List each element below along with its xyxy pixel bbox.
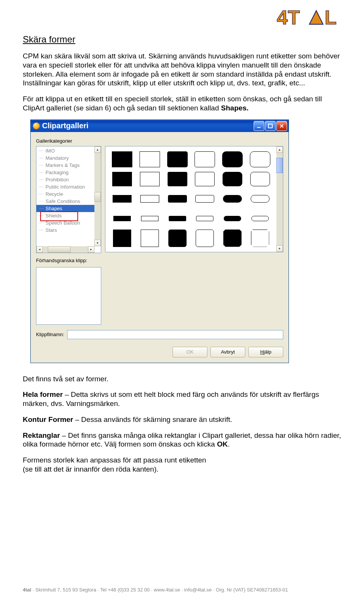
shape-item[interactable]	[168, 230, 187, 247]
shape-item[interactable]	[168, 172, 187, 186]
shape-item[interactable]	[141, 230, 159, 247]
shape-item[interactable]	[223, 195, 242, 203]
shape-item[interactable]	[224, 216, 241, 221]
shape-item[interactable]	[168, 195, 187, 203]
shape-item[interactable]	[113, 216, 131, 221]
scroll-left-icon[interactable]: ◂	[36, 246, 43, 253]
shape-item[interactable]	[113, 230, 131, 247]
maximize-button[interactable]	[265, 121, 276, 131]
shape-item[interactable]	[222, 151, 243, 167]
shape-item[interactable]	[169, 216, 186, 221]
scroll-down-icon[interactable]: ▾	[94, 240, 101, 246]
shape-item[interactable]	[112, 151, 132, 167]
scroll-thumb-h[interactable]	[48, 246, 71, 253]
shape-item[interactable]	[250, 172, 270, 186]
tree-item[interactable]: Mandatory	[36, 154, 94, 162]
minimize-button[interactable]	[254, 121, 264, 131]
svg-rect-5	[268, 124, 272, 128]
scroll-right-icon[interactable]: ▸	[88, 246, 94, 253]
footer-brand: 4tal	[23, 587, 31, 593]
shape-item[interactable]	[140, 195, 159, 203]
shape-item[interactable]	[195, 172, 215, 186]
category-tree[interactable]: IMO Mandatory Markers & Tags Packaging P…	[36, 146, 101, 253]
label: Kontur Former	[23, 415, 73, 423]
hela-former-text: Hela former – Detta skrivs ut som ett he…	[23, 390, 341, 408]
resize-note: Formens storlek kan anpassas för att pas…	[23, 456, 341, 474]
tree-item[interactable]: Prohibition	[36, 176, 94, 183]
tree-item[interactable]: Speech Balloon	[36, 219, 94, 226]
shape-item[interactable]	[195, 151, 215, 167]
shape-item[interactable]	[112, 172, 132, 186]
brand-logo: 4T L 4T L	[277, 8, 341, 30]
shape-item[interactable]	[195, 195, 214, 203]
text: .	[228, 440, 230, 448]
shape-item[interactable]	[251, 195, 270, 203]
intro-paragraph-1: CPM kan skära likväl som att skriva ut. …	[23, 52, 341, 88]
sep: ·	[180, 587, 184, 593]
page-title: Skära former	[23, 34, 341, 45]
two-sets-text: Det finns två set av former.	[23, 374, 341, 384]
cancel-button[interactable]: Avbryt	[210, 347, 245, 357]
tree-item[interactable]: Recycle	[36, 190, 94, 198]
preview-label: Förhandsgranska klipp:	[36, 258, 283, 263]
scroll-thumb[interactable]	[94, 192, 101, 202]
svg-rect-4	[257, 127, 260, 128]
text: För att klippa ut en etikett till en spe…	[23, 95, 322, 112]
text: – Det finns ganska många olika rektangla…	[23, 431, 341, 448]
help-button[interactable]: Hjälp	[248, 347, 283, 357]
scroll-up-icon[interactable]: ▴	[94, 146, 101, 153]
shape-item[interactable]	[223, 172, 242, 186]
footer-mail: info@4tal.se	[184, 587, 212, 593]
shape-item[interactable]	[196, 216, 213, 221]
filename-input[interactable]	[67, 330, 283, 339]
shape-item[interactable]	[251, 216, 269, 221]
categories-label: Gallerikategorier	[36, 138, 283, 144]
shapes-word: Shapes.	[221, 104, 249, 112]
sep: ·	[150, 587, 154, 593]
shape-item[interactable]	[196, 230, 214, 247]
footer-tel: Tel +46 (0)33 25 32 00	[100, 587, 149, 593]
tree-item[interactable]: Stars	[36, 226, 94, 234]
shape-item[interactable]	[140, 151, 160, 167]
text: – Detta skrivs ut som ett helt block med…	[23, 390, 319, 407]
scroll-up-icon[interactable]: ▴	[276, 146, 283, 153]
footer-vat: Org. Nr (VAT) SE7408271653-01	[216, 587, 288, 593]
close-button[interactable]	[276, 121, 287, 131]
shape-item[interactable]	[251, 230, 269, 247]
scroll-thumb[interactable]	[276, 158, 283, 173]
tree-item[interactable]: Markers & Tags	[36, 162, 94, 169]
svg-text:4T: 4T	[277, 8, 300, 28]
text: – Dessa används för skärning snarare än …	[73, 415, 232, 423]
clipart-gallery-dialog: Clipartgalleri Gallerikategorier IMO	[30, 120, 289, 363]
ok-button[interactable]: OK	[173, 347, 207, 357]
shape-item[interactable]	[113, 195, 132, 203]
app-icon	[33, 123, 40, 129]
preview-box	[36, 267, 101, 325]
dialog-title: Clipartgalleri	[42, 121, 254, 130]
kontur-former-text: Kontur Former – Dessa används för skärni…	[23, 415, 341, 424]
tree-item[interactable]: Safe Conditions	[36, 198, 94, 205]
shape-item[interactable]	[223, 230, 242, 247]
intro-paragraph-2: För att klippa ut en etikett till en spe…	[23, 94, 341, 113]
ok-word: OK	[217, 440, 228, 448]
tree-item[interactable]: Shields	[36, 212, 94, 219]
svg-text:L: L	[325, 8, 337, 28]
shape-item[interactable]	[167, 151, 188, 167]
scroll-down-icon[interactable]: ▾	[276, 245, 283, 252]
tree-item[interactable]: Packaging	[36, 169, 94, 176]
shapes-grid[interactable]: ▴ ▾	[105, 146, 283, 252]
tree-item[interactable]: IMO	[36, 147, 94, 154]
dialog-titlebar[interactable]: Clipartgalleri	[31, 120, 289, 132]
tree-item-shapes[interactable]: Shapes	[36, 205, 94, 212]
label: Rektanglar	[23, 431, 60, 439]
sep: ·	[212, 587, 216, 593]
page-footer: 4tal · Skrimhult 7, 515 93 Seglora · Tel…	[23, 576, 341, 593]
shape-item[interactable]	[140, 172, 160, 186]
footer-web: www.4tal.se	[154, 587, 180, 593]
filename-label: Klippfilnamn:	[36, 332, 64, 337]
rektanglar-text: Rektanglar – Det finns ganska många olik…	[23, 431, 341, 449]
label: Hela former	[23, 390, 63, 398]
shape-item[interactable]	[250, 151, 270, 167]
tree-item[interactable]: Public Information	[36, 183, 94, 190]
shape-item[interactable]	[141, 216, 158, 221]
